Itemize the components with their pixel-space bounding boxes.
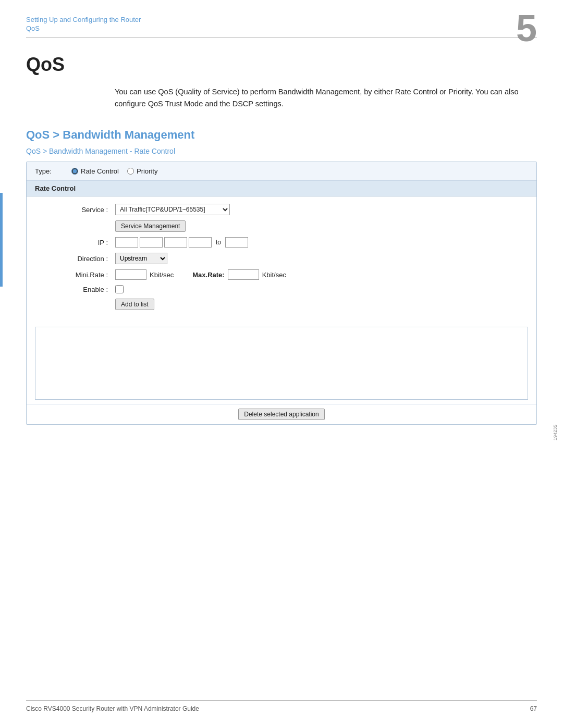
ip-row: IP : to [68, 237, 528, 248]
delete-row: Delete selected application [27, 404, 536, 424]
subsection-title: QoS > Bandwidth Management - Rate Contro… [26, 147, 537, 155]
chapter-sub: QoS [26, 24, 537, 32]
type-radio-group: Rate Control Priority [71, 167, 157, 175]
service-management-button[interactable]: Service Management [115, 220, 186, 232]
max-rate-input[interactable] [228, 269, 259, 280]
mini-rate-label: Mini.Rate : [68, 271, 115, 279]
enable-row: Enable : [68, 285, 528, 293]
ip-box-3[interactable] [164, 237, 187, 248]
side-accent [0, 193, 3, 287]
description: You can use QoS (Quality of Service) to … [115, 86, 537, 110]
form-panel: Type: Rate Control Priority Rate Control… [26, 162, 537, 425]
mini-rate-input[interactable] [115, 269, 146, 280]
enable-label: Enable : [68, 286, 115, 293]
enable-value [115, 285, 124, 293]
service-select[interactable]: All Traffic[TCP&UDP/1~65535] [115, 204, 230, 215]
footer-left: Cisco RVS4000 Security Router with VPN A… [26, 705, 199, 712]
ip-box-4[interactable] [189, 237, 212, 248]
ip-box-2[interactable] [140, 237, 163, 248]
rate-row: Mini.Rate : Kbit/sec Max.Rate: Kbit/sec [68, 269, 528, 280]
radio-priority-label: Priority [137, 167, 157, 175]
ip-to-label: to [216, 239, 221, 246]
rate-control-header: Rate Control [27, 181, 536, 196]
service-value: All Traffic[TCP&UDP/1~65535] [115, 204, 233, 215]
section-title: QoS > Bandwidth Management [26, 128, 537, 142]
direction-row: Direction : UpstreamDownstream [68, 253, 528, 264]
radio-rate-control-label: Rate Control [81, 167, 119, 175]
radio-priority-input[interactable] [127, 168, 134, 175]
enable-checkbox[interactable] [115, 285, 124, 293]
ip-label: IP : [68, 239, 115, 246]
mini-rate-unit: Kbit/sec [150, 271, 174, 279]
radio-rate-control[interactable]: Rate Control [71, 167, 119, 175]
figure-number: 194235 [553, 425, 558, 440]
add-to-list-row: Add to list [68, 299, 528, 310]
type-label: Type: [35, 167, 61, 175]
header-rule [26, 38, 537, 38]
delete-button[interactable]: Delete selected application [238, 409, 324, 420]
direction-label: Direction : [68, 255, 115, 263]
chapter-number: 5 [516, 9, 537, 47]
page-title: QoS [26, 54, 537, 76]
add-to-list-button[interactable]: Add to list [115, 299, 154, 310]
ip-box-5[interactable] [225, 237, 248, 248]
form-panel-wrapper: Type: Rate Control Priority Rate Control… [0, 162, 563, 425]
ip-box-1[interactable] [115, 237, 138, 248]
service-label: Service : [68, 206, 115, 214]
form-body: Service : All Traffic[TCP&UDP/1~65535] S… [27, 196, 536, 323]
max-rate-unit: Kbit/sec [262, 271, 286, 279]
footer-right: 67 [530, 705, 537, 712]
radio-priority[interactable]: Priority [127, 167, 157, 175]
direction-select[interactable]: UpstreamDownstream [115, 253, 167, 264]
service-row: Service : All Traffic[TCP&UDP/1~65535] [68, 204, 528, 215]
rate-group: Kbit/sec Max.Rate: Kbit/sec [115, 269, 286, 280]
page-footer: Cisco RVS4000 Security Router with VPN A… [26, 700, 537, 712]
list-area [35, 327, 528, 400]
radio-rate-control-input[interactable] [71, 168, 78, 175]
type-row: Type: Rate Control Priority [27, 162, 536, 181]
max-rate-label: Max.Rate: [192, 271, 224, 279]
chapter-title: Setting Up and Configuring the Router [26, 16, 537, 23]
page-header: Setting Up and Configuring the Router Qo… [0, 0, 563, 32]
service-mgmt-row: Service Management [68, 220, 528, 232]
direction-value: UpstreamDownstream [115, 253, 167, 264]
ip-inputs: to [115, 237, 248, 248]
